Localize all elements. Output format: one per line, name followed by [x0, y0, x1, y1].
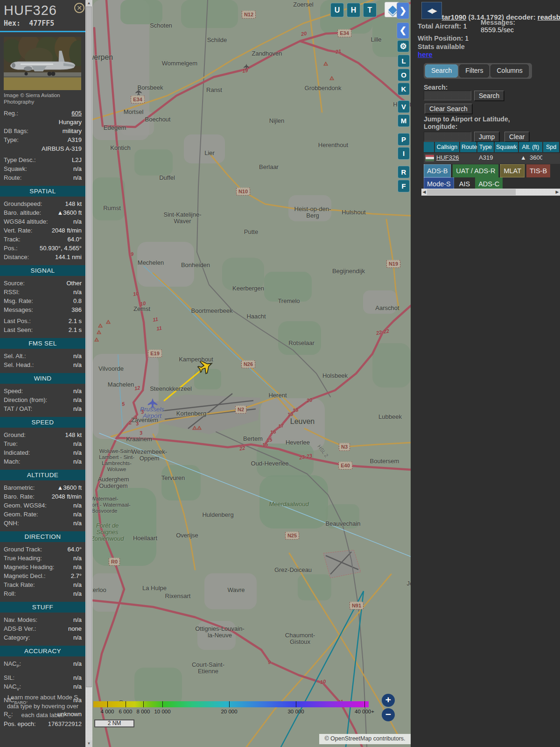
- altitude-tick-label: 30 000: [287, 709, 304, 714]
- data-row-label: Squawk:: [4, 164, 27, 173]
- map-button-o[interactable]: O: [398, 69, 410, 81]
- app-brand: tar1090 (3.14.1792) decoder: readsb: [434, 5, 560, 29]
- data-row: Indicated:n/a: [4, 448, 82, 457]
- jump-button[interactable]: Jump: [474, 132, 499, 142]
- data-row-label: WGS84 altitude:: [4, 217, 48, 226]
- column-header[interactable]: Type: [477, 142, 494, 152]
- tab-search[interactable]: Search: [425, 64, 458, 78]
- tab-filters[interactable]: Filters: [459, 64, 489, 78]
- data-row-label: TAT / OAT:: [4, 404, 32, 413]
- stats-here-link[interactable]: here: [418, 50, 433, 58]
- cell-flag: [424, 153, 434, 164]
- road-shield: E40: [338, 462, 352, 470]
- data-row: Type:A319: [4, 135, 82, 144]
- data-row-value: n/a: [73, 519, 82, 528]
- column-header[interactable]: Spd: [543, 142, 559, 152]
- zoom-out-button[interactable]: −: [382, 708, 395, 721]
- settings-button[interactable]: ⚙: [397, 40, 409, 52]
- map-button-m[interactable]: M: [398, 114, 410, 127]
- column-header[interactable]: [424, 142, 434, 152]
- column-header[interactable]: Route: [460, 142, 476, 152]
- jump-clear-button[interactable]: Clear: [504, 132, 529, 142]
- close-icon[interactable]: ✕: [74, 3, 84, 13]
- search-button[interactable]: Search: [474, 91, 504, 101]
- data-row: True:n/a: [4, 439, 82, 448]
- map-button-f[interactable]: F: [398, 180, 410, 192]
- data-row: Speed:n/a: [4, 387, 82, 395]
- panel-expand-button[interactable]: ❯: [397, 2, 409, 19]
- decoder-link[interactable]: readsb: [538, 13, 560, 21]
- exit-number: 10: [133, 290, 139, 297]
- tar1090-link[interactable]: tar1090: [442, 13, 467, 21]
- map-button-r[interactable]: R: [398, 166, 410, 178]
- map-button-v[interactable]: V: [398, 100, 410, 113]
- exit-number: 22: [239, 445, 245, 451]
- hscroll-thumb[interactable]: [427, 189, 516, 195]
- legend-mlat[interactable]: MLAT: [500, 164, 525, 177]
- search-label: Search:: [424, 84, 448, 91]
- legend-uat-ads-r[interactable]: UAT / ADS-R: [453, 164, 498, 177]
- data-row-value: n/a: [73, 554, 82, 563]
- panel-collapse-button[interactable]: ❮: [397, 22, 409, 39]
- clear-search-button[interactable]: Clear Search: [425, 104, 472, 114]
- cell-spd: [543, 153, 559, 164]
- data-row-value[interactable]: 605: [71, 109, 82, 118]
- search-input[interactable]: [424, 91, 471, 100]
- altitude-tick: [364, 701, 365, 707]
- zoom-in-button[interactable]: +: [382, 694, 395, 707]
- data-row-value: n/a: [73, 404, 82, 413]
- data-row-label: NACP:: [4, 659, 21, 671]
- jump-input[interactable]: [424, 132, 471, 141]
- section-header-spatial: SPATIAL: [0, 186, 85, 197]
- map-button-t[interactable]: T: [363, 3, 377, 17]
- data-row: Barometric:▲3600 ft: [4, 483, 82, 492]
- map-button-l[interactable]: L: [398, 55, 410, 67]
- aircraft-data-sections: Reg.:605HungaryDB flags:militaryType:A31…: [4, 109, 82, 721]
- column-header[interactable]: Squawk: [495, 142, 518, 152]
- road-shield: N12: [242, 11, 256, 19]
- sidebar-scrollbar[interactable]: ▲ ▼: [85, 0, 92, 747]
- table-row[interactable]: HUF326A319▲ 3600: [424, 153, 560, 164]
- tab-columns[interactable]: Columns: [490, 64, 528, 78]
- scroll-right-icon[interactable]: ▶: [554, 189, 560, 196]
- map-button-p[interactable]: P: [398, 133, 410, 146]
- data-row-value: ▲3600 ft: [57, 483, 82, 492]
- scroll-down-icon[interactable]: ▼: [85, 740, 92, 747]
- cell-callsign[interactable]: HUF326: [435, 153, 459, 164]
- map-canvas: [92, 0, 411, 747]
- map-button-i[interactable]: I: [398, 147, 410, 160]
- scroll-left-icon[interactable]: ◀: [421, 189, 427, 196]
- osm-link[interactable]: OpenStreetMap: [330, 735, 371, 742]
- data-row-label: Geom. Rate:: [4, 510, 38, 519]
- data-row: Groundspeed:148 kt: [4, 199, 82, 208]
- scrollbar-thumb[interactable]: [86, 7, 92, 687]
- panel-width-toggle[interactable]: ◀▶: [421, 2, 442, 19]
- map[interactable]: AntwerpenZoerselSchotenSchildeLilleZandh…: [92, 0, 411, 747]
- data-row-value: 386: [71, 305, 82, 314]
- road-shield: N10: [236, 188, 250, 196]
- data-row: Pos.:50.930°, 4.565°: [4, 244, 82, 253]
- data-row-label: Track:: [4, 235, 21, 244]
- aircraft-photo[interactable]: [4, 37, 81, 90]
- map-button-h[interactable]: H: [347, 3, 360, 17]
- data-row: Distance:144.1 nmi: [4, 253, 82, 261]
- data-row: TAT / OAT:n/a: [4, 404, 82, 413]
- data-row-label: Distance:: [4, 253, 29, 261]
- aircraft-callsign-title: HUF326: [4, 3, 82, 18]
- map-button-k[interactable]: K: [398, 83, 410, 95]
- data-row-value: 148 kt: [65, 430, 82, 439]
- column-header[interactable]: Alt. (ft): [519, 142, 542, 152]
- legend-ads-b[interactable]: ADS-B: [424, 164, 451, 177]
- table-horizontal-scrollbar[interactable]: ◀ ▶: [421, 189, 560, 196]
- data-row-value: military: [63, 127, 82, 135]
- exit-number: 18: [287, 411, 294, 417]
- data-row: Track Rate:n/a: [4, 580, 82, 589]
- hex-label: Hex:: [4, 19, 21, 28]
- data-row-label: DB flags:: [4, 127, 28, 135]
- scroll-up-icon[interactable]: ▲: [85, 0, 92, 7]
- legend-tis-b[interactable]: TIS-B: [526, 164, 550, 177]
- map-button-u[interactable]: U: [330, 3, 344, 17]
- attribution-prefix: ©: [324, 735, 330, 742]
- column-header[interactable]: Callsign: [435, 142, 459, 152]
- data-row-value: n/a: [73, 633, 82, 642]
